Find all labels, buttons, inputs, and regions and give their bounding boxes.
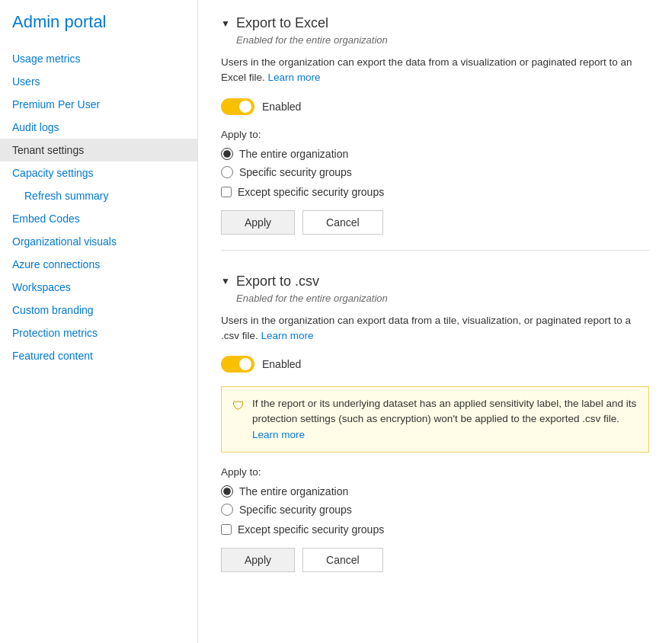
learn-more-link-export-to-excel[interactable]: Learn more <box>268 72 321 83</box>
section-subtitle-export-to-excel: Enabled for the entire organization <box>236 34 649 46</box>
checkbox-label-export-to-csv: Except specific security groups <box>238 523 384 536</box>
sidebar-item-custom-branding[interactable]: Custom branding <box>0 299 197 322</box>
radio-label-csv-entire-org: The entire organization <box>239 485 348 497</box>
radio-group-export-to-excel: The entire organizationSpecific security… <box>221 148 649 178</box>
radio-input-csv-specific-groups[interactable] <box>221 504 233 516</box>
toggle-label-export-to-csv: Enabled <box>262 358 301 370</box>
sidebar-item-capacity-settings[interactable]: Capacity settings <box>0 162 197 184</box>
toggle-row-export-to-csv: Enabled <box>221 356 649 373</box>
section-header-export-to-excel: ▼Export to Excel <box>221 15 649 31</box>
toggle-track <box>221 98 254 115</box>
sidebar-item-usage-metrics[interactable]: Usage metrics <box>0 47 197 70</box>
checkbox-input-export-to-excel[interactable] <box>221 187 232 197</box>
sidebar-item-users[interactable]: Users <box>0 70 197 93</box>
radio-group-export-to-csv: The entire organizationSpecific security… <box>221 485 649 516</box>
section-title-export-to-excel: Export to Excel <box>236 15 328 31</box>
section-desc-export-to-excel: Users in the organization can export the… <box>221 55 649 86</box>
radio-input-csv-entire-org[interactable] <box>221 485 233 497</box>
radio-item-excel-entire-org[interactable]: The entire organization <box>221 148 649 160</box>
section-arrow-export-to-excel[interactable]: ▼ <box>221 18 230 29</box>
toggle-thumb <box>239 358 251 370</box>
sidebar-item-azure-connections[interactable]: Azure connections <box>0 253 197 276</box>
sidebar-item-audit-logs[interactable]: Audit logs <box>0 116 197 139</box>
toggle-export-to-excel[interactable] <box>221 98 254 115</box>
cancel-button-export-to-excel[interactable]: Cancel <box>302 210 383 235</box>
learn-more-link-export-to-csv[interactable]: Learn more <box>261 330 314 341</box>
checkbox-input-export-to-csv[interactable] <box>221 524 232 535</box>
toggle-thumb <box>239 101 251 113</box>
warning-learn-more-export-to-csv[interactable]: Learn more <box>252 429 305 440</box>
cancel-button-export-to-csv[interactable]: Cancel <box>302 548 383 572</box>
sidebar-item-premium-per-user[interactable]: Premium Per User <box>0 93 197 116</box>
apply-button-export-to-csv[interactable]: Apply <box>221 548 295 572</box>
section-subtitle-export-to-csv: Enabled for the entire organization <box>236 293 649 304</box>
warning-text: If the report or its underlying dataset … <box>252 396 638 443</box>
toggle-export-to-csv[interactable] <box>221 356 254 373</box>
section-desc-export-to-csv: Users in the organization can export dat… <box>221 313 649 344</box>
section-title-export-to-csv: Export to .csv <box>236 274 319 290</box>
sidebar-item-workspaces[interactable]: Workspaces <box>0 276 197 299</box>
checkbox-except-export-to-excel[interactable]: Except specific security groups <box>221 186 649 198</box>
radio-input-excel-entire-org[interactable] <box>221 148 233 160</box>
warning-box-export-to-csv: 🛡If the report or its underlying dataset… <box>221 386 649 453</box>
radio-item-csv-entire-org[interactable]: The entire organization <box>221 485 649 497</box>
btn-row-export-to-excel: ApplyCancel <box>221 210 649 235</box>
apply-to-label-export-to-csv: Apply to: <box>221 466 649 478</box>
sidebar-item-tenant-settings[interactable]: Tenant settings <box>0 139 197 162</box>
sidebar-item-refresh-summary[interactable]: Refresh summary <box>0 184 197 207</box>
toggle-row-export-to-excel: Enabled <box>221 98 649 115</box>
checkbox-label-export-to-excel: Except specific security groups <box>238 186 384 198</box>
section-export-to-excel: ▼Export to ExcelEnabled for the entire o… <box>221 15 649 251</box>
toggle-label-export-to-excel: Enabled <box>262 101 301 113</box>
radio-label-excel-entire-org: The entire organization <box>239 148 348 160</box>
sidebar-item-embed-codes[interactable]: Embed Codes <box>0 207 197 230</box>
sidebar: Admin portal Usage metricsUsersPremium P… <box>0 0 198 643</box>
sidebar-item-protection-metrics[interactable]: Protection metrics <box>0 322 197 344</box>
page-title: Admin portal <box>0 12 197 47</box>
section-header-export-to-csv: ▼Export to .csv <box>221 274 649 290</box>
radio-item-excel-specific-groups[interactable]: Specific security groups <box>221 166 649 178</box>
radio-label-csv-specific-groups: Specific security groups <box>239 504 352 516</box>
sidebar-item-organizational-visuals[interactable]: Organizational visuals <box>0 230 197 253</box>
shield-warning-icon: 🛡 <box>232 397 245 415</box>
apply-button-export-to-excel[interactable]: Apply <box>221 210 295 235</box>
checkbox-except-export-to-csv[interactable]: Except specific security groups <box>221 523 649 536</box>
radio-label-excel-specific-groups: Specific security groups <box>239 166 352 178</box>
main-content: ▼Export to ExcelEnabled for the entire o… <box>198 0 672 643</box>
radio-item-csv-specific-groups[interactable]: Specific security groups <box>221 504 649 516</box>
section-export-to-csv: ▼Export to .csvEnabled for the entire or… <box>221 274 649 587</box>
sidebar-item-featured-content[interactable]: Featured content <box>0 344 197 367</box>
btn-row-export-to-csv: ApplyCancel <box>221 548 649 572</box>
apply-to-label-export-to-excel: Apply to: <box>221 129 649 140</box>
toggle-track <box>221 356 254 373</box>
radio-input-excel-specific-groups[interactable] <box>221 166 233 178</box>
section-arrow-export-to-csv[interactable]: ▼ <box>221 276 230 286</box>
